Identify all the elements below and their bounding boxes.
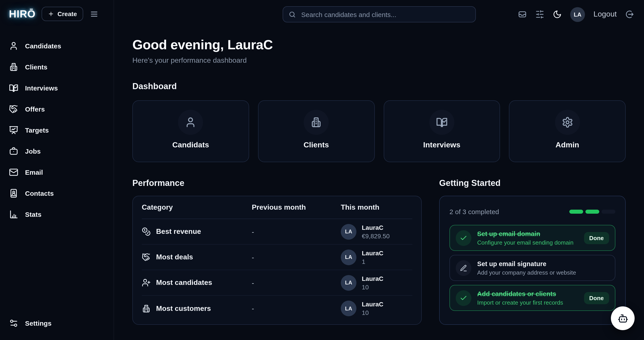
- card-label: Candidats: [172, 141, 209, 150]
- sidebar-item-settings[interactable]: Settings: [0, 313, 114, 334]
- sidebar-header: HIRŌ Create: [0, 0, 114, 25]
- table-row: Most customers - LA LauraC 10: [142, 296, 412, 321]
- user-icon: [178, 110, 203, 135]
- lower-section: Performance Category Previous month This…: [132, 178, 626, 325]
- sidebar-item-label: Contacts: [25, 190, 54, 197]
- task-subtitle: Add your company address or website: [477, 269, 576, 276]
- book-check-icon: [429, 110, 454, 135]
- hamburger-menu-icon[interactable]: [89, 9, 99, 19]
- table-header: Category Previous month This month: [142, 196, 412, 219]
- performance-title: Performance: [132, 178, 422, 188]
- sidebar-footer: Settings: [0, 311, 114, 340]
- handshake-icon: [9, 104, 18, 114]
- task-setup-email-signature[interactable]: Set up email signature Add your company …: [450, 255, 616, 281]
- logout-icon[interactable]: [625, 10, 634, 19]
- assistant-fab-button[interactable]: [611, 306, 634, 330]
- logout-button[interactable]: Logout: [594, 10, 617, 19]
- user-icon: [9, 41, 18, 51]
- row-user-name: LauraC: [362, 249, 383, 256]
- dark-mode-moon-icon[interactable]: [553, 10, 562, 19]
- row-user-value: 10: [362, 309, 383, 316]
- task-title: Add candidates or clients: [477, 290, 563, 297]
- sidebar-item-targets[interactable]: Targets: [0, 120, 114, 141]
- app-logo: HIRŌ: [9, 8, 36, 20]
- row-previous-value: -: [252, 279, 341, 286]
- building-icon: [142, 304, 151, 313]
- contact-book-icon: [9, 189, 18, 198]
- search-input[interactable]: [300, 10, 470, 19]
- sidebar-nav: Candidates Clients Interviews Offers Tar…: [0, 35, 114, 225]
- plus-icon: [48, 11, 54, 17]
- row-previous-value: -: [252, 228, 341, 235]
- row-category: Most deals: [156, 253, 193, 261]
- progress-segment-complete: [586, 210, 599, 214]
- gear-icon: [555, 110, 580, 135]
- main-content: Good evening, LauraC Here's your perform…: [114, 29, 644, 340]
- building-icon: [304, 110, 329, 135]
- table-row: Best revenue - LA LauraC €9,829.50: [142, 219, 412, 245]
- column-header-previous-month: Previous month: [252, 203, 341, 212]
- row-user-value: 10: [362, 283, 383, 290]
- column-header-category: Category: [142, 203, 252, 212]
- getting-started-title: Getting Started: [439, 178, 626, 188]
- column-header-this-month: This month: [341, 203, 412, 212]
- check-icon: [456, 290, 471, 306]
- dashboard-card-candidates[interactable]: Candidats: [132, 100, 249, 162]
- sidebar-item-stats[interactable]: Stats: [0, 204, 114, 225]
- search-icon: [288, 11, 296, 18]
- user-avatar[interactable]: LA: [570, 7, 585, 22]
- task-add-candidates-or-clients[interactable]: Add candidates or clients Import or crea…: [450, 285, 616, 311]
- performance-table: Category Previous month This month Best …: [132, 196, 422, 325]
- robot-icon: [618, 313, 628, 324]
- progress-segment-complete: [569, 210, 583, 214]
- inbox-icon[interactable]: [518, 10, 527, 19]
- book-check-icon: [9, 83, 18, 93]
- sidebar-item-offers[interactable]: Offers: [0, 99, 114, 120]
- sidebar-item-label: Targets: [25, 126, 49, 134]
- sidebar-item-label: Interviews: [25, 84, 58, 92]
- briefcase-icon: [9, 146, 18, 156]
- dashboard-section-title: Dashboard: [132, 82, 626, 91]
- row-category: Most candidates: [156, 279, 212, 287]
- presentation-chart-icon: [9, 125, 18, 135]
- check-icon: [456, 230, 471, 246]
- page-title: Good evening, LauraC: [132, 37, 626, 52]
- task-list: Set up email domain Configure your email…: [450, 225, 616, 311]
- task-setup-email-domain[interactable]: Set up email domain Configure your email…: [450, 225, 616, 251]
- dashboard-card-clients[interactable]: Clients: [258, 100, 375, 162]
- progress-segment-incomplete: [602, 210, 616, 214]
- row-user-value: €9,829.50: [362, 232, 390, 239]
- card-label: Interviews: [423, 141, 460, 150]
- sidebar-item-email[interactable]: Email: [0, 162, 114, 183]
- dashboard-card-interviews[interactable]: Interviews: [384, 100, 500, 162]
- done-badge: Done: [584, 292, 609, 304]
- sidebar-item-jobs[interactable]: Jobs: [0, 141, 114, 162]
- global-search[interactable]: [282, 6, 476, 22]
- sliders-horizontal-icon[interactable]: [535, 10, 544, 19]
- table-row: Most deals - LA LauraC 1: [142, 245, 412, 270]
- row-previous-value: -: [252, 305, 341, 312]
- row-avatar: LA: [341, 275, 356, 290]
- dashboard-card-admin[interactable]: Admin: [509, 100, 626, 162]
- sidebar-item-interviews[interactable]: Interviews: [0, 78, 114, 99]
- sidebar-item-label: Stats: [25, 211, 41, 218]
- row-avatar: LA: [341, 301, 356, 316]
- done-badge: Done: [584, 232, 609, 244]
- handshake-icon: [142, 253, 151, 262]
- sidebar-item-label: Clients: [25, 63, 48, 71]
- row-category: Best revenue: [156, 228, 201, 236]
- row-user-value: 1: [362, 258, 383, 265]
- row-previous-value: -: [252, 253, 341, 261]
- row-user-name: LauraC: [362, 224, 390, 231]
- sidebar-item-label: Jobs: [25, 147, 41, 155]
- sidebar-item-candidates[interactable]: Candidates: [0, 35, 114, 56]
- sidebar-item-contacts[interactable]: Contacts: [0, 183, 114, 204]
- card-label: Admin: [556, 141, 579, 150]
- row-category: Most customers: [156, 304, 211, 312]
- sidebar: HIRŌ Create Candidates Clients Interview…: [0, 0, 114, 340]
- sidebar-item-clients[interactable]: Clients: [0, 56, 114, 78]
- create-button[interactable]: Create: [41, 7, 83, 21]
- row-user-name: LauraC: [362, 275, 383, 282]
- app-window: HIRŌ Create Candidates Clients Interview…: [0, 0, 644, 340]
- task-title: Set up email domain: [477, 230, 574, 237]
